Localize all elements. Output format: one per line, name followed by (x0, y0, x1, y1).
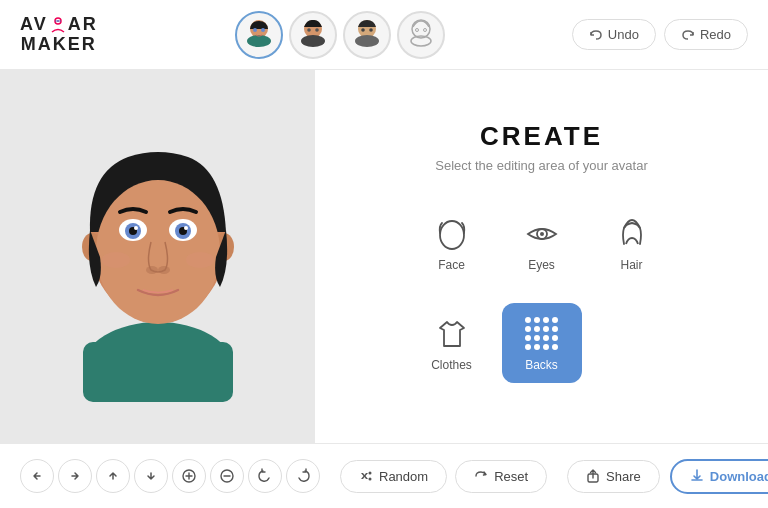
face-option-icon (432, 214, 472, 254)
svg-point-1 (57, 20, 59, 22)
download-icon (690, 469, 704, 483)
avatar-thumb-2[interactable] (289, 11, 337, 59)
svg-point-15 (369, 28, 373, 32)
undo-button[interactable]: Undo (572, 19, 656, 50)
create-title: CREATE (480, 121, 603, 152)
avatar-illustration (48, 112, 268, 402)
svg-point-2 (55, 20, 57, 22)
edit-option-backs[interactable]: Backs (502, 303, 582, 383)
reset-icon (474, 469, 488, 483)
svg-point-26 (96, 180, 220, 324)
hair-option-icon (612, 214, 652, 254)
redo-icon (681, 28, 695, 42)
svg-point-41 (540, 232, 544, 236)
svg-point-3 (59, 20, 61, 22)
arrow-left-icon (30, 469, 44, 483)
svg-point-36 (158, 266, 170, 274)
share-icon (586, 469, 600, 483)
edit-option-hair[interactable]: Hair (592, 203, 672, 283)
svg-point-45 (369, 478, 372, 481)
avatar-thumb-3[interactable] (343, 11, 391, 59)
edit-option-clothes[interactable]: Clothes (412, 303, 492, 383)
avatar-preview-panel (0, 70, 315, 443)
rotate-left-button[interactable] (248, 459, 282, 493)
svg-rect-22 (83, 342, 233, 402)
download-button[interactable]: Download (670, 459, 768, 494)
random-button[interactable]: Random (340, 460, 447, 493)
arrow-up-icon (106, 469, 120, 483)
hair-option-label: Hair (620, 258, 642, 272)
create-subtitle: Select the editing area of your avatar (435, 158, 647, 173)
svg-point-9 (301, 35, 325, 47)
rotate-right-icon (295, 468, 311, 484)
svg-point-38 (186, 252, 214, 268)
move-up-button[interactable] (96, 459, 130, 493)
svg-point-33 (134, 226, 138, 230)
redo-button[interactable]: Redo (664, 19, 748, 50)
svg-point-10 (307, 28, 311, 32)
backs-option-icon (522, 314, 562, 354)
avatar-thumb-1[interactable] (235, 11, 283, 59)
random-icon (359, 469, 373, 483)
avatar-thumbnails (128, 11, 552, 59)
bottom-toolbar: Random Reset Share Download (0, 443, 768, 508)
backs-dots (525, 317, 558, 350)
face-option-label: Face (438, 258, 465, 272)
share-button[interactable]: Share (567, 460, 660, 493)
arrow-down-icon (144, 469, 158, 483)
move-right-button[interactable] (58, 459, 92, 493)
undo-icon (589, 28, 603, 42)
svg-point-13 (355, 35, 379, 47)
backs-option-label: Backs (525, 358, 558, 372)
clothes-option-label: Clothes (431, 358, 472, 372)
undo-label: Undo (608, 27, 639, 42)
header: AV AR MAKER (0, 0, 768, 70)
share-label: Share (606, 469, 641, 484)
edit-option-face[interactable]: Face (412, 203, 492, 283)
reset-button[interactable]: Reset (455, 460, 547, 493)
edit-options-grid: Face Eyes (412, 203, 672, 393)
action-buttons: Random Reset (340, 460, 547, 493)
clothes-option-icon (432, 314, 472, 354)
svg-point-37 (102, 252, 130, 268)
svg-point-11 (315, 28, 319, 32)
logo-icon (49, 16, 67, 34)
avatar-thumb-4[interactable] (397, 11, 445, 59)
svg-point-44 (369, 472, 372, 475)
svg-point-7 (261, 28, 265, 32)
move-down-button[interactable] (134, 459, 168, 493)
zoom-in-button[interactable] (172, 459, 206, 493)
svg-point-39 (440, 221, 464, 249)
zoom-out-button[interactable] (210, 459, 244, 493)
transform-tools (20, 459, 320, 493)
create-panel: CREATE Select the editing area of your a… (315, 70, 768, 443)
svg-point-19 (423, 28, 426, 31)
svg-point-18 (415, 28, 418, 31)
svg-point-14 (361, 28, 365, 32)
svg-point-5 (247, 35, 271, 47)
rotate-right-button[interactable] (286, 459, 320, 493)
app-logo: AV AR MAKER (20, 15, 98, 55)
arrow-right-icon (68, 469, 82, 483)
download-label: Download (710, 469, 768, 484)
svg-point-34 (184, 226, 188, 230)
reset-label: Reset (494, 469, 528, 484)
move-left-button[interactable] (20, 459, 54, 493)
header-actions: Undo Redo (572, 19, 748, 50)
redo-label: Redo (700, 27, 731, 42)
main-content: CREATE Select the editing area of your a… (0, 70, 768, 443)
svg-point-6 (253, 28, 257, 32)
random-label: Random (379, 469, 428, 484)
svg-point-35 (146, 266, 158, 274)
eyes-option-icon (522, 214, 562, 254)
rotate-left-icon (257, 468, 273, 484)
eyes-option-label: Eyes (528, 258, 555, 272)
minus-circle-icon (219, 468, 235, 484)
plus-circle-icon (181, 468, 197, 484)
edit-option-eyes[interactable]: Eyes (502, 203, 582, 283)
avatar-canvas (18, 92, 298, 422)
